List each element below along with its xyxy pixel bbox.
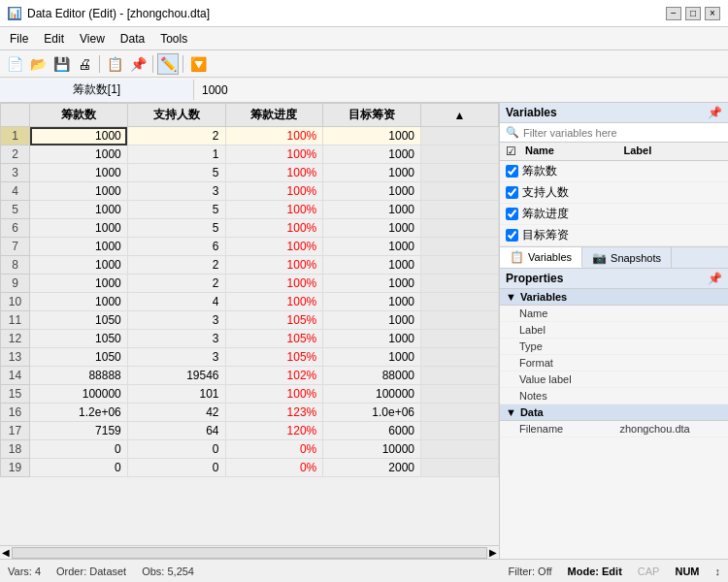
data-cell[interactable]: 1000 xyxy=(323,348,421,367)
data-cell[interactable]: 88000 xyxy=(323,367,421,385)
data-cell[interactable]: 0 xyxy=(127,440,225,459)
data-cell[interactable]: 1000 xyxy=(323,238,421,256)
data-cell[interactable]: 19546 xyxy=(127,367,225,385)
table-row[interactable]: 110002100%1000 xyxy=(1,127,499,146)
data-cell[interactable]: 1000 xyxy=(323,293,421,311)
data-cell[interactable]: 5 xyxy=(127,164,225,182)
data-cell[interactable]: 1000 xyxy=(323,127,421,146)
data-cell[interactable]: 0% xyxy=(225,459,323,477)
table-row[interactable]: 1010004100%1000 xyxy=(1,293,499,311)
table-row[interactable]: 910002100%1000 xyxy=(1,275,499,293)
data-cell[interactable]: 2 xyxy=(127,275,225,293)
data-cell[interactable]: 6 xyxy=(127,238,225,256)
data-cell[interactable]: 1000 xyxy=(323,182,421,201)
tab-snapshots[interactable]: 📷 Snapshots xyxy=(582,247,672,268)
grid-container[interactable]: 筹款数 支持人数 筹款进度 目标筹资 ▲ 110002100%100021000… xyxy=(0,103,499,545)
variable-list-item[interactable]: 目标筹资 xyxy=(500,225,728,246)
data-cell[interactable]: 4 xyxy=(127,293,225,311)
data-cell[interactable]: 1050 xyxy=(30,348,128,367)
data-cell[interactable]: 1000 xyxy=(30,182,128,201)
menu-edit[interactable]: Edit xyxy=(38,30,70,48)
menu-view[interactable]: View xyxy=(74,30,111,48)
table-row[interactable]: 310005100%1000 xyxy=(1,164,499,182)
data-cell[interactable]: 88888 xyxy=(30,367,128,385)
data-cell[interactable]: 1050 xyxy=(30,330,128,348)
data-cell[interactable]: 100000 xyxy=(323,385,421,404)
data-cell[interactable]: 1.0e+06 xyxy=(323,404,421,422)
data-cell[interactable]: 100% xyxy=(225,219,323,238)
collapse-data-icon[interactable]: ▼ xyxy=(506,406,516,418)
collapse-variables-icon[interactable]: ▼ xyxy=(506,291,516,303)
data-cell[interactable]: 100% xyxy=(225,164,323,182)
table-row[interactable]: 710006100%1000 xyxy=(1,238,499,256)
data-cell[interactable]: 0% xyxy=(225,440,323,459)
variable-value[interactable]: 1000 xyxy=(194,81,236,99)
filter-button[interactable]: 🔽 xyxy=(187,53,209,75)
data-cell[interactable]: 42 xyxy=(127,404,225,422)
data-cell[interactable]: 64 xyxy=(127,422,225,440)
maximize-button[interactable]: □ xyxy=(685,7,701,20)
scroll-left-btn[interactable]: ◀ xyxy=(0,547,12,558)
data-cell[interactable]: 1050 xyxy=(30,311,128,330)
new-button[interactable]: 📄 xyxy=(4,53,25,75)
properties-scroll[interactable]: ▼ Variables Name Label Type Format xyxy=(500,289,728,559)
table-row[interactable]: 19000%2000 xyxy=(1,459,499,477)
save-button[interactable]: 💾 xyxy=(50,53,72,75)
scroll-right-btn[interactable]: ▶ xyxy=(487,547,499,558)
data-cell[interactable]: 1000 xyxy=(30,164,128,182)
data-cell[interactable]: 10000 xyxy=(323,440,421,459)
data-cell[interactable]: 1000 xyxy=(30,275,128,293)
data-cell[interactable]: 5 xyxy=(127,219,225,238)
filter-variables-input[interactable] xyxy=(523,127,722,139)
table-row[interactable]: 210001100%1000 xyxy=(1,146,499,164)
pin-icon[interactable]: 📌 xyxy=(708,106,722,119)
table-row[interactable]: 410003100%1000 xyxy=(1,182,499,201)
col-header-chouks[interactable]: 筹款数 xyxy=(30,104,128,127)
data-cell[interactable]: 1000 xyxy=(323,146,421,164)
data-cell[interactable]: 101 xyxy=(127,385,225,404)
minimize-button[interactable]: − xyxy=(666,7,681,20)
data-cell[interactable]: 123% xyxy=(225,404,323,422)
var-checkbox[interactable] xyxy=(506,165,518,178)
data-cell[interactable]: 3 xyxy=(127,311,225,330)
table-row[interactable]: 1210503105%1000 xyxy=(1,330,499,348)
paste-button[interactable]: 📌 xyxy=(127,53,149,75)
data-cell[interactable]: 100% xyxy=(225,146,323,164)
data-cell[interactable]: 2 xyxy=(127,256,225,275)
table-row[interactable]: 1310503105%1000 xyxy=(1,348,499,367)
data-cell[interactable]: 1000 xyxy=(323,256,421,275)
copy-button[interactable]: 📋 xyxy=(104,53,125,75)
data-cell[interactable]: 3 xyxy=(127,348,225,367)
data-cell[interactable]: 1000 xyxy=(323,201,421,219)
edit-mode-button[interactable]: ✏️ xyxy=(157,53,179,75)
data-cell[interactable]: 105% xyxy=(225,311,323,330)
data-cell[interactable]: 3 xyxy=(127,330,225,348)
data-cell[interactable]: 0 xyxy=(127,459,225,477)
data-cell[interactable]: 100% xyxy=(225,275,323,293)
data-cell[interactable]: 2 xyxy=(127,127,225,146)
variable-list-item[interactable]: 支持人数 xyxy=(500,182,728,204)
data-cell[interactable]: 100% xyxy=(225,385,323,404)
col-header-choukjd[interactable]: 筹款进度 xyxy=(225,104,323,127)
col-header-mubiao[interactable]: 目标筹资 xyxy=(323,104,421,127)
data-cell[interactable]: 100% xyxy=(225,293,323,311)
menu-data[interactable]: Data xyxy=(115,30,150,48)
menu-tools[interactable]: Tools xyxy=(154,30,193,48)
data-cell[interactable]: 1000 xyxy=(323,164,421,182)
data-cell[interactable]: 1000 xyxy=(30,238,128,256)
tab-variables[interactable]: 📋 Variables xyxy=(500,247,582,268)
data-cell[interactable]: 1000 xyxy=(30,201,128,219)
table-row[interactable]: 161.2e+0642123%1.0e+06 xyxy=(1,404,499,422)
table-row[interactable]: 18000%10000 xyxy=(1,440,499,459)
data-cell[interactable]: 2000 xyxy=(323,459,421,477)
data-cell[interactable]: 100% xyxy=(225,238,323,256)
data-cell[interactable]: 100% xyxy=(225,127,323,146)
data-cell[interactable]: 1000 xyxy=(30,127,128,146)
data-cell[interactable]: 105% xyxy=(225,330,323,348)
data-cell[interactable]: 1 xyxy=(127,146,225,164)
data-cell[interactable]: 1000 xyxy=(323,330,421,348)
col-header-zhichiren[interactable]: 支持人数 xyxy=(127,104,225,127)
window-controls[interactable]: − □ × xyxy=(666,7,720,20)
table-row[interactable]: 148888819546102%88000 xyxy=(1,367,499,385)
data-cell[interactable]: 105% xyxy=(225,348,323,367)
